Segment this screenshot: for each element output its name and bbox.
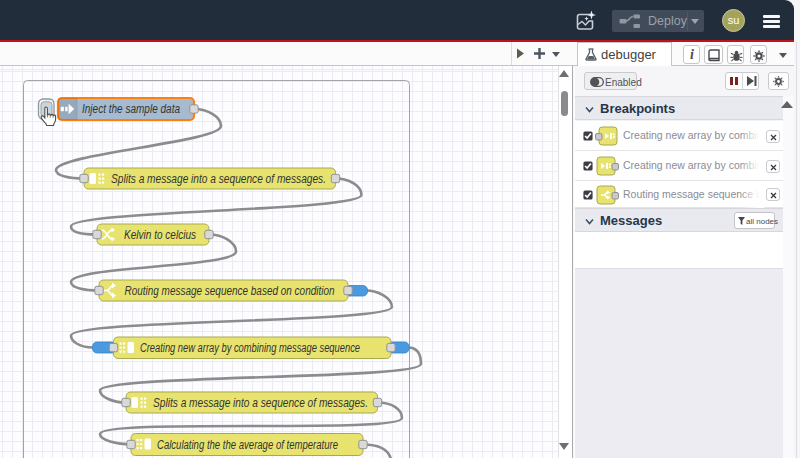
svg-text:Inject the sample data: Inject the sample data bbox=[82, 102, 180, 116]
svg-text:Creating new array by combinin: Creating new array by combining message … bbox=[140, 341, 360, 355]
svg-text:Routing message sequence based: Routing message sequence based on condit… bbox=[125, 284, 335, 298]
svg-text:Splits a message into a sequen: Splits a message into a sequence of mess… bbox=[153, 396, 368, 410]
svg-text:Kelvin to celcius: Kelvin to celcius bbox=[124, 228, 196, 242]
svg-text:Calculating the the average of: Calculating the the average of temperatu… bbox=[157, 438, 338, 452]
svg-text:Splits a message into a sequen: Splits a message into a sequence of mess… bbox=[111, 172, 326, 186]
